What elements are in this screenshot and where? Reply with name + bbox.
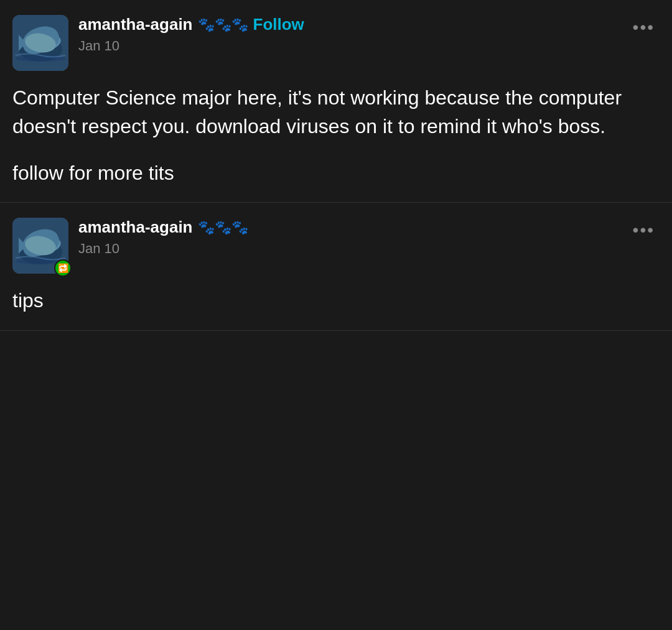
username-row-2: amantha-again 🐾🐾🐾: [78, 218, 248, 237]
post-content-2: tips: [12, 286, 660, 315]
post-text-2-1: tips: [12, 286, 660, 315]
timestamp-1: Jan 10: [78, 38, 304, 54]
svg-point-17: [36, 246, 39, 249]
username-row-1: amantha-again 🐾🐾🐾 Follow: [78, 15, 304, 34]
post-header-left-2: 🔁 amantha-again 🐾🐾🐾 Jan 10: [12, 218, 248, 274]
post-header-left-1: amantha-again 🐾🐾🐾 Follow Jan 10: [12, 15, 304, 71]
post-header-2: 🔁 amantha-again 🐾🐾🐾 Jan 10 •••: [12, 218, 660, 274]
avatar-image-1: [12, 15, 68, 71]
svg-point-14: [50, 240, 55, 245]
more-options-button-1[interactable]: •••: [628, 15, 660, 40]
post-meta-1: amantha-again 🐾🐾🐾 Follow Jan 10: [78, 15, 304, 54]
post-2: 🔁 amantha-again 🐾🐾🐾 Jan 10 ••• tips: [0, 203, 672, 330]
post-meta-2: amantha-again 🐾🐾🐾 Jan 10: [78, 218, 248, 257]
svg-point-5: [52, 39, 55, 41]
svg-point-7: [36, 44, 39, 47]
post-1: amantha-again 🐾🐾🐾 Follow Jan 10 ••• Comp…: [0, 0, 672, 203]
emojis-1: 🐾🐾🐾: [198, 17, 248, 33]
svg-point-18: [47, 246, 50, 248]
avatar-1[interactable]: [12, 15, 68, 71]
username-2[interactable]: amantha-again: [78, 218, 193, 237]
follow-button-1[interactable]: Follow: [253, 15, 304, 34]
post-content-1: Computer Science major here, it's not wo…: [12, 83, 660, 187]
svg-point-15: [52, 241, 55, 244]
svg-point-16: [42, 243, 45, 246]
more-options-button-2[interactable]: •••: [628, 218, 660, 243]
svg-point-6: [42, 40, 45, 44]
post-text-1-1: Computer Science major here, it's not wo…: [12, 83, 660, 141]
avatar-svg-1: [12, 15, 68, 71]
avatar-wrapper-2: 🔁: [12, 218, 68, 274]
post-header-1: amantha-again 🐾🐾🐾 Follow Jan 10 •••: [12, 15, 660, 71]
timestamp-2: Jan 10: [78, 241, 248, 257]
svg-point-8: [47, 43, 50, 45]
svg-point-4: [50, 37, 55, 42]
avatar-wrapper-1: [12, 15, 68, 71]
reblog-icon-2: 🔁: [54, 259, 72, 277]
username-1[interactable]: amantha-again: [78, 15, 193, 34]
post-text-1-2: follow for more tits: [12, 159, 660, 187]
emojis-2: 🐾🐾🐾: [198, 220, 248, 236]
